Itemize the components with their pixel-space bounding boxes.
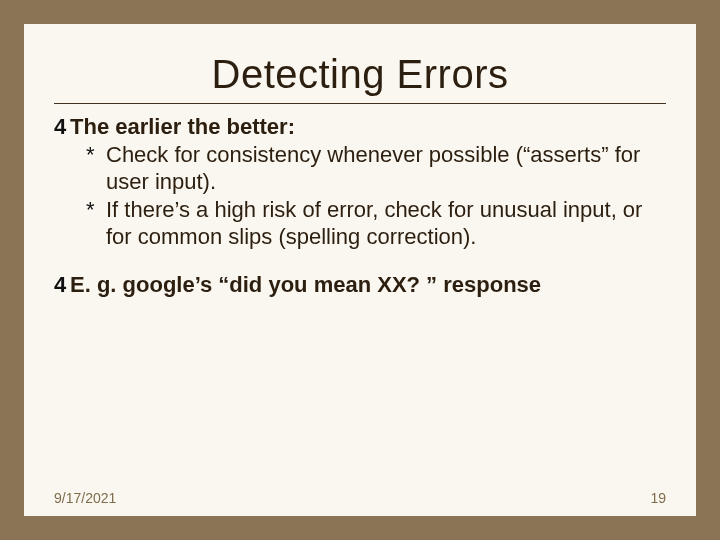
bullet-head: 4 The earlier the better: <box>54 114 666 140</box>
bullet-head: 4 E. g. google’s “did you mean XX? ” res… <box>54 272 666 298</box>
slide-footer: 9/17/2021 19 <box>24 490 696 506</box>
bullet-main-icon: 4 <box>54 114 70 140</box>
title-rule <box>54 103 666 104</box>
bullet-main-icon: 4 <box>54 272 70 298</box>
bullet-head-text: The earlier the better: <box>70 114 295 140</box>
bullet-point: 4 E. g. google’s “did you mean XX? ” res… <box>54 272 666 298</box>
slide-body: 4 The earlier the better: * Check for co… <box>54 114 666 298</box>
slide: Detecting Errors 4 The earlier the bette… <box>0 0 720 540</box>
bullet-sub-icon: * <box>86 197 106 223</box>
bullet-head-text: E. g. google’s “did you mean XX? ” respo… <box>70 272 541 298</box>
sub-bullet-text: If there’s a high risk of error, check f… <box>106 197 666 250</box>
sub-bullet: * If there’s a high risk of error, check… <box>54 197 666 250</box>
bullet-sub-icon: * <box>86 142 106 168</box>
slide-inner: Detecting Errors 4 The earlier the bette… <box>24 24 696 516</box>
footer-page-number: 19 <box>650 490 666 506</box>
slide-title: Detecting Errors <box>54 52 666 97</box>
footer-date: 9/17/2021 <box>54 490 116 506</box>
bullet-point: 4 The earlier the better: * Check for co… <box>54 114 666 250</box>
sub-bullet-text: Check for consistency whenever possible … <box>106 142 666 195</box>
sub-bullet: * Check for consistency whenever possibl… <box>54 142 666 195</box>
